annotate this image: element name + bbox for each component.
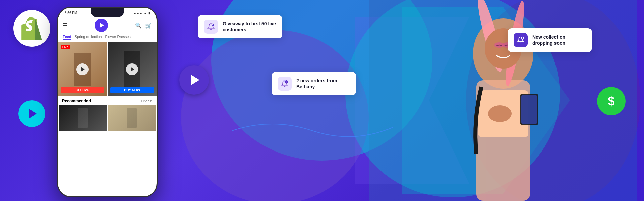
- curve-line-decoration: [232, 111, 400, 151]
- play-overlay-1: [76, 63, 89, 75]
- rec1-content: [59, 105, 107, 131]
- go-live-button[interactable]: GO LIVE: [61, 87, 104, 93]
- app-logo-play: [95, 19, 108, 32]
- rec-grid: [58, 105, 157, 131]
- status-icons: ▲▲▲ ▲ ▮: [133, 11, 150, 15]
- play-overlay-2: [126, 63, 138, 75]
- svg-point-20: [494, 42, 504, 48]
- menu-icon[interactable]: [63, 23, 67, 27]
- phone-notch: [91, 8, 124, 17]
- app-header: 🔍 🛒 Feed Spring collection Flower Dresse…: [58, 16, 157, 42]
- nav-dresses[interactable]: Flower Dresses: [105, 35, 130, 40]
- time-display: 8:56 PM: [65, 11, 77, 15]
- cart-icon[interactable]: 🛒: [145, 22, 152, 29]
- video-grid: LIVE GO LIVE BUY NOW: [58, 42, 157, 96]
- rec2-person: [127, 108, 137, 128]
- app-header-top: 🔍 🛒: [63, 19, 152, 32]
- hero-banner: 8:56 PM ▲▲▲ ▲ ▮ 🔍: [0, 0, 644, 201]
- collection-text: New collection dropping soon: [532, 34, 586, 46]
- filter-button[interactable]: Filter ⚙: [141, 99, 153, 103]
- svg-point-10: [212, 24, 214, 26]
- search-icon[interactable]: 🔍: [135, 22, 142, 29]
- filter-label: Filter: [141, 99, 149, 103]
- phone-screen: 8:56 PM ▲▲▲ ▲ ▮ 🔍: [58, 8, 157, 196]
- recommended-title: Recommended: [62, 99, 91, 103]
- wifi-icon: ▲: [144, 11, 147, 15]
- play-button-purple[interactable]: [179, 65, 209, 95]
- bell-purple-icon: [517, 36, 524, 44]
- video-thumb-2[interactable]: BUY NOW: [108, 42, 157, 96]
- rec2-content: [108, 105, 156, 131]
- bell-live-icon: [207, 23, 215, 30]
- header-actions: 🔍 🛒: [135, 22, 152, 29]
- svg-rect-24: [521, 95, 537, 124]
- battery-icon: ▮: [148, 11, 150, 15]
- phone-mockup: 8:56 PM ▲▲▲ ▲ ▮ 🔍: [57, 7, 158, 197]
- video-thumb-1[interactable]: LIVE GO LIVE: [58, 42, 107, 96]
- signal-icon: ▲▲▲: [133, 11, 142, 15]
- rec1-person: [78, 108, 88, 128]
- giveaway-notification-card: Giveaway to first 50 live customers: [198, 15, 282, 38]
- play-button-cyan[interactable]: [18, 100, 45, 127]
- dollar-symbol: $: [608, 94, 614, 108]
- orders-icon-container: 2: [278, 77, 292, 91]
- phone-shell: 8:56 PM ▲▲▲ ▲ ▮ 🔍: [57, 7, 158, 197]
- recommended-section: Recommended Filter ⚙: [58, 96, 157, 105]
- orders-notification-icon: 2: [281, 80, 288, 87]
- orders-text: 2 new orders from Bethany: [296, 78, 350, 90]
- collection-notification-card: New collection dropping soon: [508, 28, 592, 52]
- svg-text:2: 2: [286, 81, 287, 83]
- nav-spring[interactable]: Spring collection: [75, 35, 102, 40]
- live-badge: LIVE: [61, 45, 70, 49]
- rec-thumb-1[interactable]: [59, 105, 107, 131]
- filter-icon: ⚙: [150, 99, 153, 103]
- giveaway-text: Giveaway to first 50 live customers: [223, 21, 276, 33]
- collection-icon-container: [514, 33, 528, 47]
- buy-now-button[interactable]: BUY NOW: [110, 87, 154, 93]
- shopify-logo: [13, 10, 50, 47]
- giveaway-icon-container: [204, 20, 218, 34]
- rec-thumb-2[interactable]: [108, 105, 156, 131]
- dollar-sign-circle: $: [597, 87, 626, 115]
- svg-point-26: [522, 37, 524, 39]
- nav-feed[interactable]: Feed: [63, 35, 71, 40]
- app-nav: Feed Spring collection Flower Dresses: [63, 35, 152, 40]
- shopify-icon: [20, 17, 44, 40]
- svg-point-22: [488, 105, 512, 122]
- orders-notification-card: 2 2 new orders from Bethany: [272, 72, 356, 95]
